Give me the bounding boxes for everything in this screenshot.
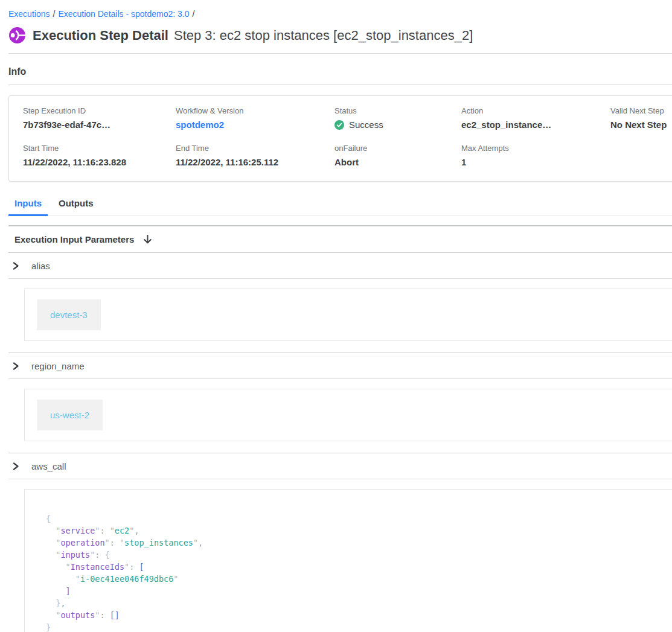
field-value: 11/22/2022, 11:16:23.828 [23, 157, 176, 167]
check-circle-icon [334, 120, 344, 130]
field-label: Max Attempts [461, 144, 610, 153]
field-action: Action ec2_stop_instance… [461, 106, 610, 130]
aws-call-code-box: { "service": "ec2", "operation": "stop_i… [24, 489, 672, 632]
field-label: Action [461, 106, 610, 115]
field-value: 7b73f93e-edaf-47c… [23, 120, 176, 130]
field-step-execution-id: Step Execution ID 7b73f93e-edaf-47c… [23, 106, 176, 130]
section-row-alias[interactable]: alias [8, 252, 672, 278]
section-row-aws-call[interactable]: aws_call [8, 453, 672, 479]
status-text: Success [349, 120, 383, 130]
tab-outputs[interactable]: Outputs [53, 196, 100, 215]
field-value: Abort [334, 157, 461, 167]
field-end-time: End Time 11/22/2022, 11:16:25.112 [176, 144, 334, 167]
field-onfailure: onFailure Abort [334, 144, 461, 167]
field-valid-next-step: Valid Next Step No Next Step [610, 106, 672, 130]
breadcrumb: Executions/Execution Details - spotdemo2… [8, 0, 672, 19]
params-title: Execution Input Parameters [14, 234, 134, 244]
section-content-region-name: us-west-2 [8, 379, 672, 453]
page-subtitle: Step 3: ec2 stop instances [ec2_stop_ins… [174, 28, 473, 43]
chevron-right-icon [12, 462, 19, 470]
aws-call-code: { "service": "ec2", "operation": "stop_i… [46, 512, 672, 632]
workflow-logo-icon [8, 27, 26, 44]
field-value: 11/22/2022, 11:16:25.112 [176, 157, 334, 167]
breadcrumb-link-executions[interactable]: Executions [8, 9, 50, 19]
params-header: Execution Input Parameters [8, 226, 672, 252]
region-name-value-chip: us-west-2 [37, 400, 103, 430]
section-content-aws-call: { "service": "ec2", "operation": "stop_i… [8, 479, 672, 632]
section-label: alias [31, 261, 50, 271]
alias-value-chip: devtest-3 [37, 299, 101, 330]
field-workflow-version: Workflow & Version spotdemo2 [176, 106, 334, 130]
tab-inputs[interactable]: Inputs [8, 196, 48, 216]
page-header: Execution Step Detail Step 3: ec2 stop i… [8, 27, 672, 44]
breadcrumb-link-execution-details[interactable]: Execution Details - spotdemo2: 3.0 [58, 9, 189, 19]
field-start-time: Start Time 11/22/2022, 11:16:23.828 [23, 144, 176, 167]
header-divider [8, 53, 672, 54]
alias-value-box: devtest-3 [24, 289, 672, 341]
info-divider [8, 85, 672, 85]
field-value: 1 [461, 157, 610, 167]
workflow-link[interactable]: spotdemo2 [176, 120, 334, 130]
info-card: Step Execution ID 7b73f93e-edaf-47c… Wor… [8, 95, 672, 182]
section-label: region_name [31, 361, 85, 371]
field-status: Status Success [334, 106, 461, 130]
info-heading: Info [8, 66, 672, 77]
status-badge: Success [334, 120, 461, 130]
field-label: onFailure [334, 144, 461, 153]
breadcrumb-separator: / [53, 9, 55, 19]
section-content-alias: devtest-3 [8, 279, 672, 353]
chevron-right-icon [12, 362, 19, 370]
field-value: ec2_stop_instance… [461, 120, 610, 130]
field-max-attempts: Max Attempts 1 [461, 144, 610, 167]
page-title: Execution Step Detail [33, 28, 168, 43]
down-arrow-icon[interactable] [142, 234, 153, 244]
tab-bar: Inputs Outputs [8, 196, 672, 215]
section-row-region-name[interactable]: region_name [8, 353, 672, 378]
field-label: End Time [176, 144, 334, 153]
field-label: Start Time [23, 144, 176, 153]
breadcrumb-separator: / [193, 9, 195, 19]
execution-step-detail-page: Executions/Execution Details - spotdemo2… [0, 0, 672, 632]
field-label: Step Execution ID [23, 106, 176, 115]
field-label: Status [334, 106, 461, 115]
field-label: Workflow & Version [176, 106, 334, 115]
field-label: Valid Next Step [610, 106, 672, 115]
field-value: No Next Step [610, 120, 672, 130]
section-label: aws_call [31, 461, 66, 471]
region-name-value-box: us-west-2 [24, 389, 672, 441]
chevron-right-icon [12, 262, 19, 270]
